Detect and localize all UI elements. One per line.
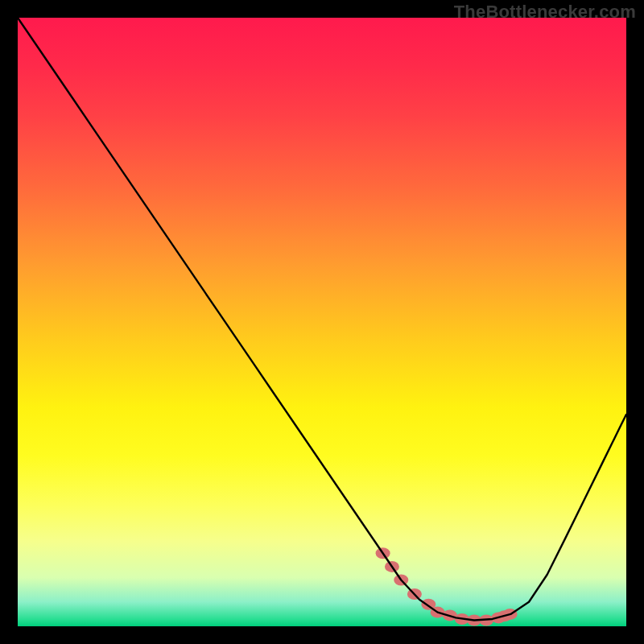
frame: TheBottlenecker.com <box>0 0 644 644</box>
watermark-label: TheBottlenecker.com <box>454 2 636 23</box>
plot-area <box>18 18 626 626</box>
bottleneck-curve <box>18 18 626 620</box>
curve-layer <box>18 18 626 626</box>
